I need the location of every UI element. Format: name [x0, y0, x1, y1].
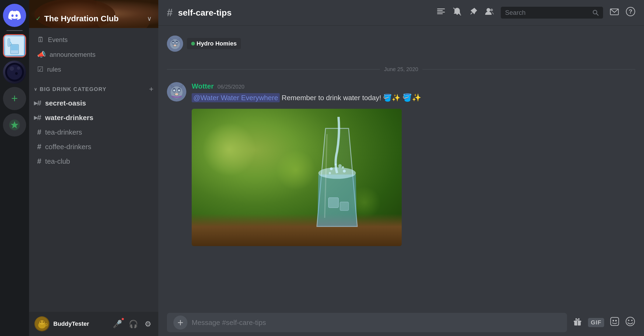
message-avatar[interactable]	[167, 82, 186, 102]
message-author[interactable]: Wotter	[192, 82, 214, 90]
server-menu-chevron-icon: ∨	[147, 15, 152, 22]
message-timestamp: 06/25/2020	[218, 84, 244, 90]
sticker-button[interactable]	[610, 316, 620, 329]
gif-button[interactable]: GIF	[588, 318, 604, 327]
server-header[interactable]: ✓ The Hydration Club ∨	[29, 0, 158, 28]
announcements-label: announcements	[50, 51, 96, 58]
svg-point-28	[172, 42, 174, 44]
mute-channel-button[interactable]	[452, 7, 462, 19]
channel-name-label: secret-oasis	[45, 99, 86, 107]
svg-point-56	[628, 320, 629, 321]
add-server-button[interactable]: +	[3, 87, 26, 110]
big-drink-category-header[interactable]: ∨ BIG DRINK CATEGORY +	[29, 81, 158, 96]
date-divider: June 25, 2020	[167, 66, 635, 72]
channel-item-secret-oasis[interactable]: ▶ # secret-oasis	[32, 96, 155, 110]
message-input-bar: + GIF	[158, 309, 644, 336]
help-button[interactable]: ?	[626, 7, 635, 19]
inbox-button[interactable]	[610, 7, 619, 19]
pins-button[interactable]	[468, 7, 478, 19]
hydration-club-server-icon[interactable]	[3, 34, 26, 57]
settings-button[interactable]: ⚙	[143, 318, 153, 330]
user-group-name: Hydro Homies	[187, 38, 241, 49]
svg-point-25	[170, 39, 180, 49]
channel-header: # self-care-tips	[158, 0, 644, 26]
channel-header-name: self-care-tips	[178, 8, 232, 18]
message-image	[192, 109, 407, 246]
channel-name-label: tea-club	[45, 157, 70, 166]
main-content: # self-care-tips	[158, 0, 644, 336]
svg-line-16	[471, 13, 472, 14]
channel-list: 🗓 Events 📣 announcements ☑ rules ∨ BIG D…	[29, 28, 158, 312]
svg-point-39	[175, 93, 178, 95]
channel-item-tea-drinkers[interactable]: # tea-drinkers	[32, 125, 155, 139]
big-drink-category: ∨ BIG DRINK CATEGORY + ▶ # secret-oasis …	[29, 81, 158, 168]
online-indicator	[191, 42, 195, 46]
channel-sidebar: ✓ The Hydration Club ∨ 🗓 Events 📣 announ…	[29, 0, 158, 336]
dark-planet-server-icon[interactable]	[3, 61, 26, 84]
svg-rect-47	[328, 198, 339, 208]
svg-point-6	[10, 66, 14, 71]
server-list: +	[0, 0, 29, 336]
svg-point-7	[15, 72, 18, 75]
message-content: Wotter 06/25/2020 @Water Water Everywher…	[192, 82, 635, 246]
date-divider-line-left	[167, 69, 380, 69]
threads-button[interactable]	[436, 7, 446, 19]
svg-text:?: ?	[629, 8, 632, 15]
svg-point-57	[631, 320, 633, 321]
category-add-button[interactable]: +	[149, 85, 153, 93]
discord-home-button[interactable]	[3, 4, 26, 27]
svg-point-13	[40, 321, 41, 323]
user-controls: 🎤 🎧 ⚙	[111, 318, 153, 330]
message-extras: GIF	[572, 316, 635, 329]
channel-expand-icon: ▶	[34, 115, 38, 121]
events-channel-item[interactable]: 🗓 Events	[33, 32, 155, 47]
channel-item-tea-club[interactable]: # tea-club	[32, 154, 155, 168]
svg-point-18	[490, 9, 493, 11]
svg-point-44	[338, 164, 342, 168]
message-add-button[interactable]: +	[173, 316, 187, 330]
server-list-separator	[6, 30, 23, 31]
user-group-header: Hydro Homies	[167, 32, 635, 58]
members-button[interactable]	[485, 7, 494, 19]
plus-icon: +	[177, 317, 183, 328]
message-input-container: +	[167, 313, 567, 332]
svg-point-45	[329, 172, 331, 174]
channel-name-label: tea-drinkers	[45, 128, 82, 136]
rules-label: rules	[47, 66, 61, 73]
rules-channel-item[interactable]: ☑ rules	[33, 62, 155, 77]
events-label: Events	[48, 36, 68, 44]
user-bar: BuddyTester 🎤 🎧 ⚙	[29, 312, 158, 336]
channel-hash-icon: #	[37, 128, 41, 136]
user-avatar[interactable]	[34, 316, 50, 331]
headphones-button[interactable]: 🎧	[127, 318, 140, 330]
rules-icon: ☑	[37, 65, 43, 74]
channel-hash-icon: #	[37, 99, 41, 107]
message-text: @Water Water Everywhere Remember to drin…	[192, 92, 635, 103]
user-info: BuddyTester	[53, 320, 107, 327]
gift-button[interactable]	[572, 316, 583, 329]
server-name-label: The Hydration Club	[44, 14, 144, 23]
message-header: Wotter 06/25/2020	[192, 82, 635, 90]
channel-hash-icon: #	[37, 142, 41, 151]
announcements-channel-item[interactable]: 📣 announcements	[33, 47, 155, 62]
message-body: Remember to drink water today! 🪣✨	[282, 94, 400, 102]
svg-point-29	[176, 42, 178, 44]
svg-point-36	[173, 89, 175, 92]
mute-button[interactable]: 🎤	[111, 318, 124, 330]
date-divider-line-right	[422, 69, 635, 69]
special-channels: 🗓 Events 📣 announcements ☑ rules	[29, 32, 158, 77]
message-input[interactable]	[192, 318, 561, 327]
search-input[interactable]	[505, 9, 589, 16]
discover-button[interactable]	[3, 113, 26, 136]
svg-point-43	[335, 164, 336, 165]
emoji-button[interactable]	[625, 316, 635, 329]
svg-point-31	[174, 45, 176, 46]
message-row: Wotter 06/25/2020 @Water Water Everywher…	[167, 80, 635, 248]
server-verified-icon: ✓	[36, 15, 41, 22]
channel-hash-icon: #	[37, 113, 41, 122]
channel-item-water-drinkers[interactable]: ▶ # water-drinkers	[32, 111, 155, 125]
message-mention[interactable]: @Water Water Everywhere	[192, 93, 280, 102]
svg-rect-52	[611, 317, 619, 326]
channel-item-coffee-drinkers[interactable]: # coffee-drinkers	[32, 140, 155, 154]
search-bar[interactable]	[501, 7, 603, 19]
